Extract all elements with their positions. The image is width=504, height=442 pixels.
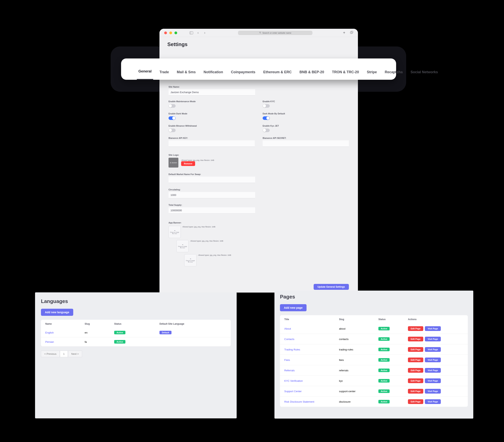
apikey-label: Bianance API KEY: [168,137,255,139]
page-slug: fees [339,359,378,362]
page-title-link[interactable]: Risk Disclosure Statement [284,400,314,403]
close-icon[interactable] [164,32,167,34]
sitename-input[interactable] [168,89,255,95]
status-badge: Active [378,327,390,330]
nav-controls: ‹ › [189,31,208,35]
totalsupply-input[interactable] [168,207,255,214]
visit-page-button[interactable]: Visit Page [425,326,441,331]
update-settings-button[interactable]: Update General Settings [314,284,349,290]
visit-page-button[interactable]: Visit Page [425,389,441,394]
prev-page-button[interactable]: < Previous [41,351,60,357]
banner-dropzone-2[interactable]: ☁ Drag an image file here [176,240,189,252]
status-badge: Active [114,331,126,334]
add-language-button[interactable]: Add new language [41,309,73,316]
edit-page-button[interactable]: Edit Page [408,337,423,341]
edit-page-button[interactable]: Edit Page [408,326,423,331]
edit-page-button[interactable]: Edit Page [408,378,423,383]
table-row: Risk Disclosure StatementdisclosureActiv… [280,396,468,407]
apisecret-input[interactable] [263,140,349,147]
page-title-link[interactable]: Referrals [284,369,295,372]
page-slug: contacts [339,338,378,341]
th-slug: Slug [85,322,114,325]
tab-coinpayments[interactable]: Coinpayments [229,70,257,80]
th-status: Status [114,322,160,325]
visit-page-button[interactable]: Visit Page [425,358,441,362]
status-badge: Active [378,400,390,404]
next-page-button[interactable]: Next > [68,351,82,357]
logo-hint: Allowed types: jpg, png. Max filesize: 1… [181,159,214,161]
lang-name-link[interactable]: Persian [45,340,54,343]
maintenance-toggle[interactable] [168,104,176,108]
tabs-icon[interactable] [350,31,353,35]
page-slug: trading-rules [339,348,378,351]
logo-thumb: ◎ Javizen [168,158,178,167]
edit-page-button[interactable]: Edit Page [408,399,423,404]
apisecret-label: Bianance API SECRET: [263,137,349,139]
darkdefault-toggle[interactable] [263,116,270,120]
upload-icon: ☁ [174,230,175,231]
appbanner-label: App Banner: [168,221,349,224]
add-page-button[interactable]: Add new page [280,304,306,311]
minimize-icon[interactable] [169,32,172,34]
tab-trade[interactable]: Trade [158,70,170,80]
address-bar[interactable]: Search or enter website name [238,31,312,35]
new-tab-icon[interactable]: + [343,31,345,35]
kyc-label: Enable KYC [263,100,349,103]
page-title-link[interactable]: Contacts [284,338,294,341]
darkmode-toggle[interactable] [168,116,176,120]
tab-social-networks[interactable]: Social Networks [409,70,439,80]
tab-general[interactable]: General [137,69,153,80]
tab-notification[interactable]: Notification [202,70,225,80]
edit-page-button[interactable]: Edit Page [408,347,423,352]
binance-withdraw-toggle[interactable] [168,129,176,132]
status-badge: Active [114,340,126,344]
lang-slug: en [85,331,114,334]
page-1-button[interactable]: 1 [60,351,68,357]
visit-page-button[interactable]: Visit Page [425,347,441,352]
banner-dropzone-1[interactable]: ☁ Drag an image file here [168,226,181,238]
maintenance-label: Enable Maintenance Mode [168,100,255,103]
tab-recaptcha[interactable]: Recaptcha [383,70,404,80]
visit-page-button[interactable]: Visit Page [425,337,441,341]
tab-stripe[interactable]: Stripe [365,70,378,80]
visit-page-button[interactable]: Visit Page [425,368,441,373]
edit-page-button[interactable]: Edit Page [408,389,423,394]
darkmode-label: Enable Dark Mode [168,112,255,115]
edit-page-button[interactable]: Edit Page [408,358,423,362]
visit-page-button[interactable]: Visit Page [425,399,441,404]
maximize-icon[interactable] [174,32,177,34]
svg-rect-4 [350,32,352,34]
forward-icon[interactable]: › [202,31,208,35]
default-badge: Default [160,331,171,334]
kycjet-toggle[interactable] [263,129,270,132]
remove-logo-button[interactable]: Remove [181,161,195,166]
table-row: AboutaboutActiveEdit PageVisit Page [280,323,468,334]
page-title-link[interactable]: Trading Rules [284,348,300,351]
default-market-input[interactable] [168,177,255,183]
apikey-input[interactable] [168,140,255,147]
address-text: Search or enter website name [262,32,291,34]
search-icon [259,32,261,34]
kyc-toggle[interactable] [263,104,270,108]
edit-page-button[interactable]: Edit Page [408,368,423,373]
back-icon[interactable]: ‹ [195,31,201,35]
lang-name-link[interactable]: English [45,331,54,334]
binance-withdraw-label: Enable Binance Withdrawal [168,125,255,127]
tab-bnb-bep-20[interactable]: BNB & BEP-20 [298,70,326,80]
sitelogo-label: Site Logo: [168,154,349,156]
svg-rect-0 [190,32,193,34]
sidebar-toggle-icon[interactable] [189,31,194,35]
visit-page-button[interactable]: Visit Page [425,378,441,383]
tab-tron-trc-20[interactable]: TRON & TRC-20 [330,70,360,80]
tab-ethereum-erc[interactable]: Ethereum & ERC [262,70,293,80]
tab-mail-sms[interactable]: Mail & Sms [175,70,197,80]
page-title-link[interactable]: About [284,327,291,330]
languages-table: Name Slug Status Default Site Language E… [41,320,231,346]
banner-dropzone-3[interactable]: ☁ Drag an image file here [184,254,197,266]
pages-title: Pages [280,294,468,300]
banner-hint-2: Allowed types: jpg, png. Max filesize: 1… [190,240,223,242]
page-title-link[interactable]: KYC Verification [284,379,303,382]
page-title-link[interactable]: Support Center [284,390,302,393]
page-title-link[interactable]: Fees [284,359,290,362]
circulating-input[interactable] [168,192,255,198]
